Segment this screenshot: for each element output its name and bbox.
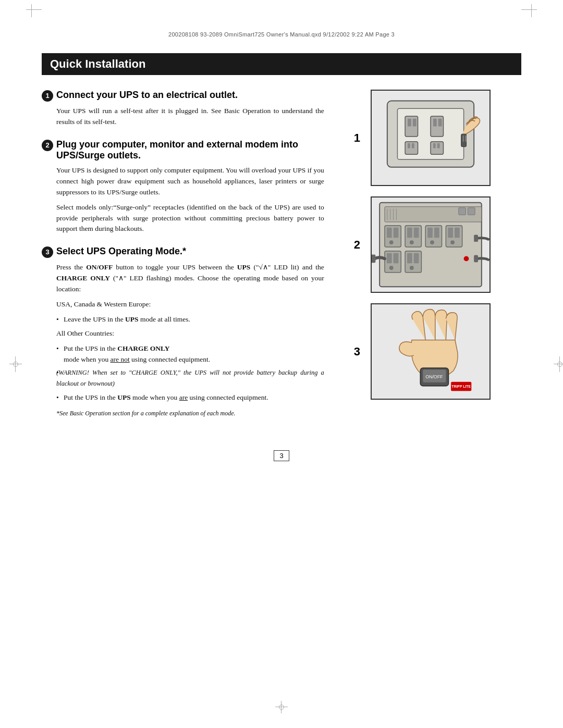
step-2-para-1: Your UPS is designed to support only com…	[56, 165, 324, 198]
step-3-usa-item-1: Leave the UPS in the UPS mode at all tim…	[56, 314, 324, 325]
step-3-heading-text: Select UPS Operating Mode.*	[56, 246, 186, 257]
crop-mark-top-right-h	[521, 9, 537, 10]
image-label-1: 1	[354, 131, 360, 145]
image-2	[371, 196, 491, 293]
svg-text:TRIPP LITE: TRIPP LITE	[451, 385, 471, 388]
svg-rect-49	[372, 255, 375, 263]
svg-rect-47	[414, 253, 419, 264]
step-2: 2 Plug your computer, monitor and extern…	[42, 139, 324, 235]
svg-point-52	[463, 256, 469, 262]
svg-rect-11	[431, 142, 443, 154]
svg-rect-35	[434, 228, 439, 238]
svg-rect-26	[387, 228, 392, 238]
image-3: ON/OFF TRIPP LITE	[371, 303, 491, 400]
step-3-heading: 3 Select UPS Operating Mode.*	[42, 246, 324, 258]
image-3-wrapper: 3	[371, 303, 491, 400]
svg-rect-6	[433, 119, 437, 127]
svg-rect-42	[387, 253, 392, 264]
step-2-heading-text: Plug your computer, monitor and external…	[56, 139, 324, 161]
svg-point-28	[389, 240, 394, 244]
step-3-other-item-1: Put the UPS in the CHARGE ONLYmode when …	[56, 343, 324, 365]
step-1: 1 Connect your UPS to an electrical outl…	[42, 90, 324, 128]
content-area: 1 Connect your UPS to an electrical outl…	[42, 90, 521, 429]
step-3-usa-label: USA, Canada & Western Europe:	[56, 299, 324, 310]
crop-mark-top-left-v	[31, 4, 32, 17]
svg-text:ON/OFF: ON/OFF	[425, 374, 443, 379]
step-3-other-item-2: Put the UPS in the UPS mode when you are…	[56, 392, 324, 403]
step-1-heading-text: Connect your UPS to an electrical outlet…	[56, 90, 238, 101]
svg-rect-31	[414, 228, 419, 238]
page: 200208108 93-2089 OmniSmart725 Owner's M…	[0, 0, 563, 728]
svg-rect-46	[407, 253, 412, 264]
svg-point-44	[389, 266, 394, 270]
page-number: 3	[274, 450, 289, 461]
header-metadata: 200208108 93-2089 OmniSmart725 Owner's M…	[42, 31, 521, 38]
svg-rect-38	[448, 228, 453, 238]
image-3-svg: ON/OFF TRIPP LITE	[372, 304, 489, 399]
svg-rect-3	[408, 119, 411, 127]
crop-mark-top-right-v	[531, 4, 532, 17]
svg-rect-30	[407, 228, 412, 238]
step-3-para-1: Press the ON/OFF button to toggle your U…	[56, 262, 324, 295]
crop-mark-top-left-h	[26, 9, 42, 10]
svg-rect-23	[459, 208, 466, 215]
svg-rect-34	[427, 228, 433, 238]
step-3-body: Press the ON/OFF button to toggle your U…	[56, 262, 324, 418]
svg-rect-13	[437, 143, 440, 149]
step-3: 3 Select UPS Operating Mode.* Press the …	[42, 246, 324, 418]
svg-rect-39	[455, 228, 460, 238]
step-2-body: Your UPS is designed to support only com…	[56, 165, 324, 235]
svg-rect-51	[474, 255, 478, 263]
step-1-number: 1	[42, 90, 53, 102]
svg-point-32	[410, 240, 414, 244]
step-2-para-2: Select models only:“Surge-only” receptac…	[56, 202, 324, 235]
step-1-heading: 1 Connect your UPS to an electrical outl…	[42, 90, 324, 102]
svg-rect-9	[408, 143, 410, 149]
step-2-number: 2	[42, 140, 53, 151]
step-1-body: Your UPS will run a self-test after it i…	[56, 106, 324, 128]
svg-rect-27	[393, 228, 398, 238]
step-3-number: 3	[42, 246, 53, 258]
svg-rect-18	[385, 207, 482, 222]
svg-rect-16	[465, 135, 466, 142]
svg-rect-24	[468, 208, 475, 215]
svg-point-48	[410, 266, 414, 270]
image-2-wrapper: 2	[371, 196, 491, 293]
right-column: 1	[340, 90, 521, 429]
svg-rect-10	[412, 143, 414, 149]
step-3-other-label: All Other Countries:	[56, 328, 324, 339]
step-3-usa-list: Leave the UPS in the UPS mode at all tim…	[56, 314, 324, 325]
svg-rect-7	[438, 119, 442, 127]
page-number-area: 3	[42, 450, 521, 461]
svg-rect-8	[405, 142, 418, 154]
image-1	[371, 90, 491, 186]
image-label-2: 2	[354, 238, 360, 252]
svg-rect-15	[462, 135, 463, 142]
svg-rect-12	[433, 143, 436, 149]
image-1-svg	[372, 91, 489, 185]
svg-rect-43	[393, 253, 398, 264]
step-1-para-1: Your UPS will run a self-test after it i…	[56, 106, 324, 128]
svg-rect-4	[413, 119, 417, 127]
step-3-other-list: Put the UPS in the CHARGE ONLYmode when …	[56, 343, 324, 403]
svg-point-40	[450, 240, 455, 244]
image-2-svg	[372, 198, 489, 292]
svg-point-36	[430, 240, 434, 244]
step-3-warning: (WARNING! When set to "CHARGE ONLY," the…	[56, 367, 324, 389]
step-2-heading: 2 Plug your computer, monitor and extern…	[42, 139, 324, 161]
left-column: 1 Connect your UPS to an electrical outl…	[42, 90, 324, 429]
image-1-wrapper: 1	[371, 90, 491, 186]
step-3-footnote: *See Basic Operation section for a compl…	[56, 409, 324, 418]
section-title: Quick Installation	[42, 53, 521, 75]
svg-rect-50	[474, 235, 478, 242]
image-label-3: 3	[354, 345, 360, 359]
